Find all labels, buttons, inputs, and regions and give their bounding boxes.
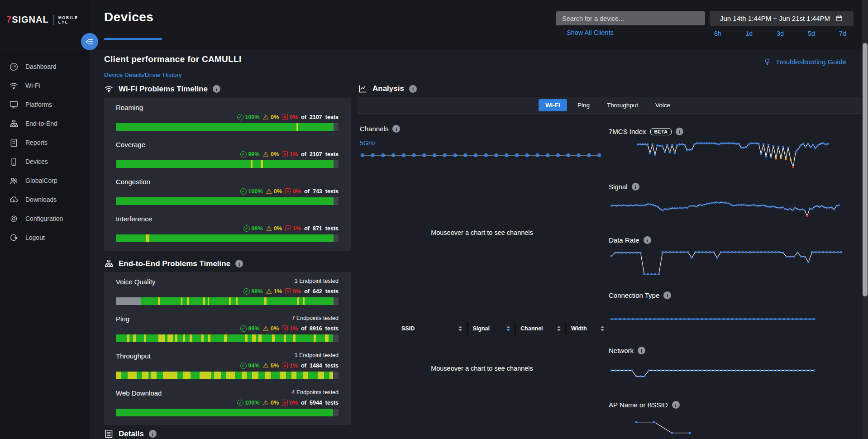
info-icon[interactable]: i — [644, 236, 651, 244]
title-underline — [104, 38, 162, 40]
search-input[interactable] — [556, 11, 705, 25]
sort-width[interactable]: Width — [571, 325, 604, 332]
timeline-bar[interactable] — [116, 160, 339, 168]
chart-icon — [358, 84, 367, 93]
ap-name-title: AP Name or BSSID — [609, 401, 668, 409]
sidebar: 7SIGNAL MOBILE EYE Dashboard Wi-Fi Platf… — [0, 0, 90, 439]
tab-ping[interactable]: Ping — [571, 99, 596, 111]
device-details-link[interactable]: Device Details/Driver History — [104, 72, 182, 78]
warning-icon: ⚠ — [266, 288, 272, 295]
timeline-bar[interactable] — [116, 234, 339, 242]
warning-icon: ⚠ — [263, 114, 269, 120]
sort-signal[interactable]: Signal — [473, 325, 510, 332]
range-3d[interactable]: 3d — [777, 30, 784, 37]
column-divider — [565, 322, 567, 335]
timeline-bar[interactable] — [116, 297, 339, 305]
info-icon[interactable]: i — [632, 183, 639, 191]
connection-type-title: Connection Type — [609, 291, 659, 299]
troubleshooting-guide-link[interactable]: Troubleshooting Guide — [763, 57, 846, 66]
info-icon[interactable]: i — [392, 125, 400, 133]
connection-type-header: Connection Type i — [609, 291, 849, 299]
signal-title: Signal — [609, 183, 628, 191]
quick-range-links: 8h 1d 3d 5d 7d — [714, 30, 846, 37]
sidebar-item-platforms[interactable]: Platforms — [0, 95, 90, 114]
sidebar-item-globalcorp[interactable]: GlobalCorp — [0, 171, 90, 190]
tab-voice[interactable]: Voice — [649, 99, 677, 111]
error-icon: ✕ — [285, 225, 291, 231]
tab-wifi[interactable]: Wi-Fi — [539, 99, 567, 111]
network-icon — [9, 119, 19, 129]
sidebar-item-end-to-end[interactable]: End-to-End — [0, 114, 90, 133]
date-range-value: Jun 14th 1:44PM ~ Jun 21st 1:44PM — [720, 14, 830, 22]
info-icon[interactable]: i — [213, 85, 220, 93]
mcs-index-chart[interactable] — [635, 139, 830, 172]
row-label: Coverage — [116, 141, 145, 150]
endpoints-tested: 1 Endpoint tested — [295, 278, 339, 287]
show-all-clients-link[interactable]: Show All Clients — [567, 29, 614, 36]
sidebar-item-label: Configuration — [25, 215, 63, 222]
sidebar-item-configuration[interactable]: Configuration — [0, 209, 90, 228]
data-rate-title: Data Rate — [609, 236, 639, 244]
sidebar-item-dashboard[interactable]: Dashboard — [0, 57, 90, 76]
column-divider — [515, 322, 516, 335]
channels-title: Channels — [360, 125, 388, 133]
sidebar-item-label: Downloads — [25, 196, 57, 203]
tab-throughput[interactable]: Throughput — [600, 99, 645, 111]
timeline-bar[interactable] — [116, 197, 339, 205]
info-icon[interactable]: i — [672, 401, 680, 409]
sort-ssid[interactable]: SSID — [401, 325, 462, 332]
brand-divider — [53, 15, 54, 25]
mcs-index-title: 7MCS Index — [609, 128, 646, 135]
range-5d[interactable]: 5d — [808, 30, 815, 37]
success-icon: ✓ — [237, 400, 243, 406]
data-rate-header: Data Rate i — [609, 236, 849, 244]
row-label: Web Download — [116, 389, 162, 398]
sidebar-item-logout[interactable]: Logout — [0, 228, 90, 247]
error-icon: ✕ — [285, 288, 291, 294]
e2e-timeline-header: End-to-End Problems Timeline i — [104, 259, 243, 268]
ap-name-chart[interactable] — [634, 415, 692, 439]
error-icon: ✕ — [282, 363, 288, 368]
date-range-picker[interactable]: Jun 14th 1:44PM ~ Jun 21st 1:44PM — [710, 11, 854, 26]
info-icon[interactable]: i — [638, 347, 645, 354]
mcs-index-header: 7MCS Index BETA i — [609, 128, 849, 135]
data-rate-chart[interactable] — [609, 247, 844, 280]
scrollbar-thumb[interactable] — [863, 43, 868, 296]
timeline-row-voice-quality: Voice Quality1 Endpoint tested ✓99% ⚠1% … — [104, 272, 351, 309]
range-8h[interactable]: 8h — [714, 30, 721, 37]
range-1d[interactable]: 1d — [745, 30, 753, 37]
timeline-bar[interactable] — [116, 334, 339, 342]
info-icon[interactable]: i — [676, 128, 683, 135]
warning-icon: ⚠ — [266, 188, 272, 195]
sidebar-nav: Dashboard Wi-Fi Platforms End-to-End Rep… — [0, 57, 90, 247]
row-label: Ping — [116, 315, 129, 324]
sidebar-item-downloads[interactable]: Downloads — [0, 190, 90, 209]
details-header: Details i — [104, 429, 157, 439]
details-title: Details — [119, 429, 144, 439]
network-chart[interactable] — [609, 361, 817, 390]
info-icon[interactable]: i — [149, 430, 157, 438]
sidebar-item-wifi[interactable]: Wi-Fi — [0, 76, 90, 95]
signal-chart[interactable] — [609, 196, 842, 225]
sidebar-item-reports[interactable]: Reports — [0, 133, 90, 152]
channels-chart[interactable] — [360, 148, 602, 163]
sidebar-item-devices[interactable]: Devices — [0, 152, 90, 171]
sort-arrows-icon — [601, 326, 604, 331]
sidebar-collapse-button[interactable] — [81, 33, 98, 50]
timeline-bar[interactable] — [116, 123, 339, 131]
error-icon: ✕ — [282, 151, 288, 157]
sort-channel[interactable]: Channel — [520, 325, 560, 332]
connection-type-chart[interactable] — [609, 303, 817, 335]
page-title: Devices — [104, 10, 153, 24]
scrollbar-track[interactable] — [862, 0, 868, 439]
timeline-bar[interactable] — [116, 372, 339, 379]
info-icon[interactable]: i — [409, 85, 417, 93]
info-icon[interactable]: i — [235, 260, 243, 267]
analysis-tabs: Wi-Fi Ping Throughput Voice — [539, 99, 677, 111]
info-icon[interactable]: i — [663, 291, 671, 299]
success-icon: ✓ — [240, 188, 247, 195]
timeline-bar[interactable] — [116, 409, 339, 416]
success-icon: ✓ — [240, 151, 247, 157]
timeline-row-roaming: Roaming ✓100% ⚠0% ✕0% of2107tests — [104, 98, 351, 135]
range-7d[interactable]: 7d — [839, 30, 846, 37]
